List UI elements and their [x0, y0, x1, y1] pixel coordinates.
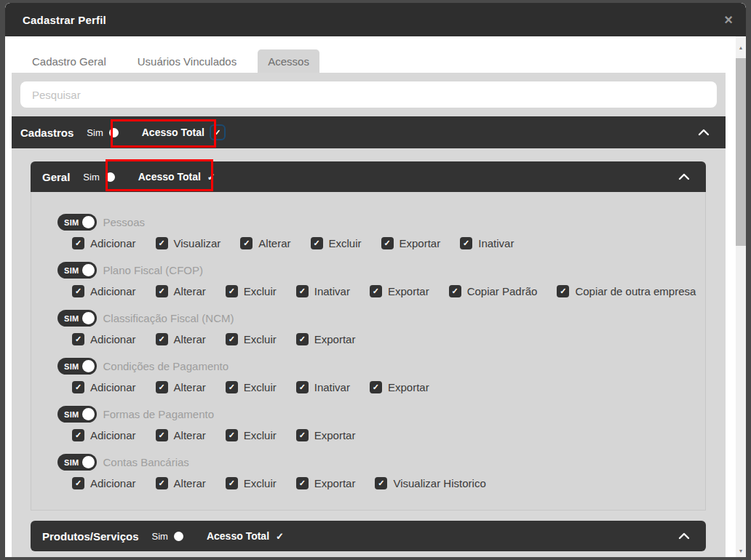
- acesso-total-checkbox[interactable]: ✓: [212, 127, 223, 138]
- checked-checkbox-icon[interactable]: ✓: [375, 477, 387, 489]
- permission-checkbox-item[interactable]: ✓ Excluir: [226, 477, 277, 489]
- permission-checkbox-item[interactable]: ✓ Exportar: [296, 429, 356, 441]
- sim-toggle[interactable]: [106, 172, 115, 182]
- permission-label: Exportar: [388, 285, 429, 297]
- permission-label: Excluir: [244, 333, 277, 345]
- sim-toggle[interactable]: [174, 532, 183, 541]
- chevron-up-icon[interactable]: [698, 129, 710, 136]
- scrollbar-thumb[interactable]: [736, 58, 746, 246]
- checked-checkbox-icon[interactable]: ✓: [156, 429, 168, 441]
- permission-checkbox-item[interactable]: ✓ Exportar: [296, 333, 356, 345]
- checked-checkbox-icon[interactable]: ✓: [240, 237, 253, 249]
- permission-checkbox-item[interactable]: ✓ Copiar Padrão: [449, 285, 538, 297]
- checked-checkbox-icon[interactable]: ✓: [296, 285, 309, 297]
- search-input[interactable]: [20, 81, 717, 108]
- checked-checkbox-icon[interactable]: ✓: [72, 477, 84, 489]
- checked-checkbox-icon[interactable]: ✓: [370, 285, 382, 297]
- close-icon[interactable]: ×: [724, 12, 733, 27]
- checked-checkbox-icon[interactable]: ✓: [460, 237, 472, 249]
- permission-checkbox-item[interactable]: ✓ Alterar: [156, 429, 206, 441]
- permission-checkbox-item[interactable]: ✓ Excluir: [226, 381, 277, 393]
- permission-label: Excluir: [244, 477, 277, 489]
- acesso-total-check-icon[interactable]: ✓: [207, 172, 215, 183]
- subsection-header-produtos-servicos[interactable]: Produtos/Serviços Sim Acesso Total ✓: [31, 521, 706, 551]
- permission-checkbox-item[interactable]: ✓ Exportar: [381, 237, 441, 249]
- checked-checkbox-icon[interactable]: ✓: [296, 333, 309, 345]
- scroll-up-arrow-icon[interactable]: ▲: [736, 42, 746, 52]
- checked-checkbox-icon[interactable]: ✓: [72, 333, 84, 345]
- permission-checkbox-item[interactable]: ✓ Excluir: [226, 285, 277, 297]
- sim-toggle-pill[interactable]: SIM: [57, 358, 97, 375]
- checked-checkbox-icon[interactable]: ✓: [156, 381, 168, 393]
- scroll-down-arrow-icon[interactable]: ▼: [736, 545, 746, 556]
- permission-checkbox-item[interactable]: ✓ Adicionar: [72, 477, 136, 489]
- permission-checkbox-item[interactable]: ✓ Exportar: [370, 381, 429, 393]
- sim-label: Sim: [83, 172, 99, 183]
- permission-checkbox-item[interactable]: ✓ Copiar de outra empresa: [557, 285, 696, 297]
- permission-checkbox-item[interactable]: ✓ Visualizar Historico: [375, 477, 485, 489]
- tab-usuarios-vinculados[interactable]: Usuários Vinculados: [127, 49, 247, 73]
- section-header-cadastros[interactable]: Cadastros Sim Acesso Total ✓: [12, 116, 726, 148]
- sim-toggle[interactable]: [109, 128, 119, 137]
- checked-checkbox-icon[interactable]: ✓: [156, 285, 168, 297]
- checked-checkbox-icon[interactable]: ✓: [296, 477, 309, 489]
- checked-checkbox-icon[interactable]: ✓: [370, 381, 382, 393]
- sim-toggle-pill[interactable]: SIM: [57, 214, 97, 231]
- checked-checkbox-icon[interactable]: ✓: [226, 477, 238, 489]
- permission-checkbox-item[interactable]: ✓ Alterar: [156, 285, 206, 297]
- sim-toggle-pill[interactable]: SIM: [57, 406, 97, 423]
- checked-checkbox-icon[interactable]: ✓: [557, 285, 569, 297]
- modal-overlay: Cadastrar Perfil × Cadastro Geral Usuári…: [0, 0, 751, 560]
- permission-checkbox-item[interactable]: ✓ Visualizar: [156, 237, 221, 249]
- subsection-header-geral[interactable]: Geral Sim Acesso Total ✓: [31, 161, 706, 192]
- acesso-total-label: Acesso Total: [142, 127, 204, 138]
- permission-checkbox-item[interactable]: ✓ Adicionar: [72, 429, 136, 441]
- checked-checkbox-icon[interactable]: ✓: [156, 237, 168, 249]
- permission-checkbox-item[interactable]: ✓ Alterar: [156, 477, 206, 489]
- sim-toggle-label: SIM: [64, 362, 79, 371]
- permission-checkbox-item[interactable]: ✓ Inativar: [296, 381, 350, 393]
- checked-checkbox-icon[interactable]: ✓: [226, 333, 238, 345]
- permission-checkbox-item[interactable]: ✓ Inativar: [460, 237, 514, 249]
- vertical-scrollbar[interactable]: ▲ ▼: [736, 36, 746, 557]
- permission-checkbox-item[interactable]: ✓ Adicionar: [72, 285, 136, 297]
- checked-checkbox-icon[interactable]: ✓: [72, 237, 84, 249]
- checked-checkbox-icon[interactable]: ✓: [226, 381, 238, 393]
- acesso-total-check-icon[interactable]: ✓: [276, 531, 284, 542]
- permission-checkbox-item[interactable]: ✓ Exportar: [370, 285, 429, 297]
- toggle-knob: [82, 312, 95, 324]
- permission-checkbox-item[interactable]: ✓ Excluir: [226, 333, 277, 345]
- checked-checkbox-icon[interactable]: ✓: [72, 429, 84, 441]
- permission-label: Excluir: [329, 237, 362, 249]
- permission-checkbox-item[interactable]: ✓ Alterar: [240, 237, 290, 249]
- permission-checkbox-item[interactable]: ✓ Adicionar: [72, 237, 136, 249]
- sim-toggle-pill[interactable]: SIM: [57, 454, 97, 471]
- checked-checkbox-icon[interactable]: ✓: [311, 237, 323, 249]
- checked-checkbox-icon[interactable]: ✓: [72, 285, 84, 297]
- permission-checkbox-item[interactable]: ✓ Adicionar: [72, 381, 136, 393]
- permission-group-label: Condições de Pagamento: [103, 360, 229, 372]
- chevron-up-icon[interactable]: [678, 532, 690, 540]
- permission-label: Alterar: [174, 381, 206, 393]
- checked-checkbox-icon[interactable]: ✓: [156, 477, 168, 489]
- permission-checkbox-item[interactable]: ✓ Adicionar: [72, 333, 136, 345]
- checked-checkbox-icon[interactable]: ✓: [381, 237, 394, 249]
- permission-checkbox-item[interactable]: ✓ Inativar: [296, 285, 350, 297]
- permission-checkbox-item[interactable]: ✓ Alterar: [156, 381, 206, 393]
- checked-checkbox-icon[interactable]: ✓: [226, 285, 238, 297]
- checked-checkbox-icon[interactable]: ✓: [296, 381, 309, 393]
- sim-toggle-pill[interactable]: SIM: [57, 262, 97, 279]
- permission-checkbox-item[interactable]: ✓ Exportar: [296, 477, 356, 489]
- checked-checkbox-icon[interactable]: ✓: [72, 381, 84, 393]
- permission-checkbox-item[interactable]: ✓ Excluir: [311, 237, 362, 249]
- chevron-up-icon[interactable]: [678, 173, 690, 180]
- checked-checkbox-icon[interactable]: ✓: [156, 333, 168, 345]
- permission-checkbox-item[interactable]: ✓ Excluir: [226, 429, 277, 441]
- tab-acessos[interactable]: Acessos: [258, 49, 319, 73]
- permission-checkbox-item[interactable]: ✓ Alterar: [156, 333, 206, 345]
- checked-checkbox-icon[interactable]: ✓: [449, 285, 461, 297]
- tab-cadastro-geral[interactable]: Cadastro Geral: [22, 49, 116, 73]
- checked-checkbox-icon[interactable]: ✓: [226, 429, 238, 441]
- sim-toggle-pill[interactable]: SIM: [57, 310, 97, 327]
- checked-checkbox-icon[interactable]: ✓: [296, 429, 309, 441]
